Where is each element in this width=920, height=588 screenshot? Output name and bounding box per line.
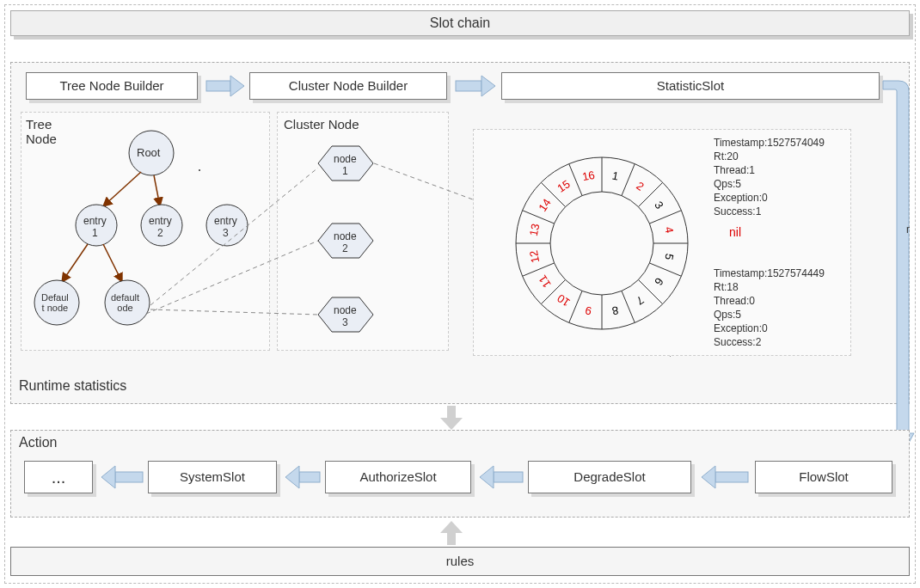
stats2-rt: Rt:18 [714, 280, 825, 294]
cluster-node2-label: node 2 [334, 230, 357, 254]
svg-point-10 [199, 169, 200, 171]
degrade-slot-box: DegradeSlot [528, 461, 691, 493]
svg-marker-3 [481, 76, 495, 96]
wheel-segment-13: 13 [527, 223, 543, 237]
stats2-thread: Thread:0 [714, 294, 825, 308]
cluster-node-builder-label: Cluster Node Builder [249, 72, 447, 100]
stats1-exception: Exception:0 [714, 191, 825, 205]
wheel-segment-14: 14 [536, 196, 554, 213]
tree-entry1-label: entry 1 [83, 215, 107, 239]
wheel-segment-12: 12 [527, 249, 543, 264]
svg-rect-53 [299, 472, 320, 482]
diagram-title: Slot chain [10, 10, 910, 36]
wheel-segment-16: 16 [581, 168, 596, 184]
tree-root-label: Root [137, 146, 160, 159]
wheel-segment-5: 5 [662, 253, 676, 261]
wheel-segment-8: 8 [611, 303, 620, 317]
arrow-statistic-to-flow [881, 74, 916, 459]
nil-label: nil [729, 225, 741, 239]
stats1-qps: Qps:5 [714, 177, 825, 191]
rules-box: rules [10, 547, 910, 576]
wheel-segment-10: 10 [555, 291, 572, 309]
wheel-segment-2: 2 [634, 179, 646, 193]
arrow-cluster-to-statistic [454, 74, 497, 98]
svg-line-9 [154, 175, 160, 206]
arrow-runtime-to-action [439, 406, 464, 432]
arrow-system-to-more [98, 464, 144, 490]
cluster-node-svg [277, 112, 449, 351]
more-slot-label: ... [24, 461, 93, 493]
svg-marker-50 [702, 466, 715, 488]
runtime-statistics-label: Runtime statistics [19, 378, 126, 394]
stats2-timestamp: Timestamp:1527574449 [714, 266, 825, 280]
svg-line-15 [103, 244, 122, 282]
svg-marker-48 [440, 418, 463, 430]
stats-block-1: Timestamp:1527574049 Rt:20 Thread:1 Qps:… [714, 136, 825, 218]
svg-rect-49 [715, 472, 748, 482]
stats1-rt: Rt:20 [714, 150, 825, 163]
wheel-segment-15: 15 [555, 177, 572, 195]
wheel-segment-3: 3 [652, 199, 665, 211]
action-label: Action [19, 435, 57, 450]
flow-slot-label: FlowSlot [755, 461, 892, 493]
arrow-degrade-to-authorize [476, 464, 524, 490]
stats1-thread: Thread:1 [714, 163, 825, 177]
wheel-segment-11: 11 [536, 273, 554, 290]
flow-slot-box: FlowSlot [755, 461, 892, 493]
tree-node-builder-label: Tree Node Builder [26, 72, 198, 100]
svg-line-42 [523, 263, 555, 276]
tree-entry3-label: entry 3 [214, 215, 237, 239]
system-slot-box: SystemSlot [148, 461, 277, 493]
svg-line-44 [523, 211, 555, 224]
svg-marker-58 [440, 521, 463, 533]
more-slot-box: ... [24, 461, 93, 493]
cluster-node3-label: node 3 [334, 304, 357, 328]
tree-default1-label: Defaul t node [41, 292, 69, 313]
stats2-exception: Exception:0 [714, 322, 825, 335]
degrade-slot-label: DegradeSlot [528, 461, 691, 493]
authorize-slot-box: AuthorizeSlot [325, 461, 471, 493]
svg-line-36 [649, 263, 681, 276]
rules-label: rules [10, 547, 910, 576]
stats2-qps: Qps:5 [714, 308, 825, 322]
cluster-node-builder-box: Cluster Node Builder [249, 72, 447, 100]
svg-marker-52 [480, 466, 494, 488]
arrow-tree-to-cluster [205, 74, 246, 98]
svg-line-38 [622, 291, 635, 322]
svg-marker-1 [230, 76, 244, 96]
svg-marker-54 [285, 466, 299, 488]
svg-line-34 [649, 211, 681, 224]
wheel-segment-1: 1 [611, 168, 620, 182]
svg-line-46 [569, 164, 582, 196]
svg-rect-2 [456, 81, 481, 91]
svg-rect-57 [447, 533, 456, 545]
authorize-slot-label: AuthorizeSlot [325, 461, 471, 493]
stats1-success: Success:1 [714, 205, 825, 218]
marker-r: r [906, 224, 910, 236]
svg-rect-55 [115, 472, 143, 482]
cluster-node1-label: node 1 [334, 153, 357, 177]
tree-node-builder-box: Tree Node Builder [26, 72, 198, 100]
stats-block-2: Timestamp:1527574449 Rt:18 Thread:0 Qps:… [714, 266, 825, 349]
svg-line-32 [622, 164, 635, 196]
svg-marker-56 [101, 466, 115, 488]
svg-line-14 [62, 244, 88, 282]
svg-point-30 [550, 192, 653, 295]
system-slot-label: SystemSlot [148, 461, 277, 493]
stats2-success: Success:2 [714, 335, 825, 349]
svg-rect-51 [494, 472, 523, 482]
wheel-segment-4: 4 [662, 225, 676, 234]
arrow-rules-to-action [439, 519, 464, 547]
wheel-segment-7: 7 [634, 293, 646, 307]
stats1-timestamp: Timestamp:1527574049 [714, 136, 825, 150]
tree-default2-label: default ode [111, 292, 139, 313]
svg-rect-47 [447, 406, 456, 418]
wheel-segment-6: 6 [652, 275, 665, 287]
statistic-slot-label: StatisticSlot [501, 72, 880, 100]
wheel-segment-9: 9 [584, 303, 592, 317]
svg-line-8 [103, 172, 141, 206]
arrow-flow-to-degrade [698, 464, 750, 490]
wheel-svg: 12345678910111213141516 [490, 133, 714, 353]
tree-entry2-label: entry 2 [149, 215, 172, 239]
statistic-slot-box: StatisticSlot [501, 72, 880, 100]
